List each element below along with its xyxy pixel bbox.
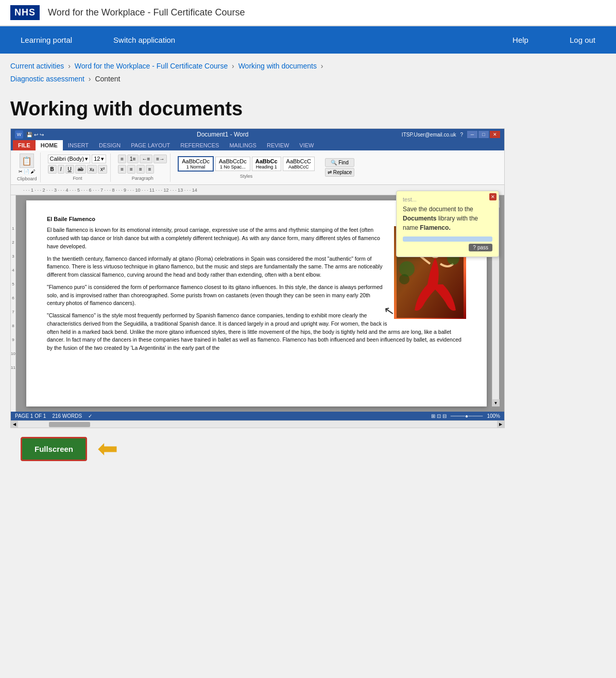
minimize-btn[interactable]: ─ [467, 131, 477, 138]
hscroll-left-btn[interactable]: ◀ [11, 421, 18, 428]
subscript-btn[interactable]: x₂ [87, 165, 97, 174]
ribbon-tab-mailings[interactable]: MAILINGS [224, 140, 262, 150]
word-hscrollbar: ◀ ▶ [11, 420, 504, 428]
top-header: NHS Word for the Workplace - Full Certif… [0, 0, 616, 26]
styles-label: Styles [240, 174, 253, 179]
proofing-icon: ✓ [88, 413, 92, 419]
close-btn[interactable]: ✕ [490, 131, 500, 138]
align-left-btn[interactable]: ≡ [118, 165, 126, 174]
breadcrumb-course-link[interactable]: Word for the Workplace - Full Certificat… [75, 62, 228, 70]
word-titlebar-right: ITSP.User@email.co.uk ? ─ □ ✕ [402, 131, 500, 138]
hscroll-right-btn[interactable]: ▶ [497, 421, 504, 428]
ribbon-tab-references[interactable]: REFERENCES [175, 140, 224, 150]
italic-btn[interactable]: I [58, 165, 64, 174]
paste-btn[interactable]: 📋 [20, 154, 34, 168]
ribbon-tab-review[interactable]: REVIEW [262, 140, 294, 150]
bullets-btn[interactable]: ≡ [118, 155, 126, 163]
ribbon-styles-group: AaBbCcDc 1 Normal AaBbCcDc 1 No Spac... … [175, 155, 318, 180]
nav-switch-application[interactable]: Switch application [93, 26, 196, 54]
header-title: Word for the Workplace - Full Certificat… [48, 7, 245, 18]
font-selectors: Calibri (Body)▾ 12▾ B I U ab x₂ x² [48, 155, 108, 174]
page-info: PAGE 1 OF 1 [15, 413, 46, 419]
nav-help[interactable]: Help [492, 26, 549, 54]
style-normal[interactable]: AaBbCcDc 1 Normal [178, 156, 214, 172]
pass-btn[interactable]: ? pass [469, 244, 492, 251]
justify-btn[interactable]: ≡ [146, 165, 154, 174]
style-heading2[interactable]: AaBbCcC AaBbCcC [283, 157, 315, 171]
zoom-slider[interactable]: ────●──── [451, 413, 483, 419]
underline-btn[interactable]: U [65, 165, 74, 174]
statusbar-left: PAGE 1 OF 1 216 WORDS ✓ [15, 413, 92, 419]
fullscreen-button[interactable]: Fullscreen [21, 437, 87, 461]
scroll-down-btn[interactable]: ▼ [492, 399, 500, 406]
breadcrumb-working-docs[interactable]: Working with documents [238, 62, 317, 70]
word-ribbon: 📋 ✂ 📄 🖌 Clipboard Calibri (Body) [11, 150, 504, 185]
style-h2-name: AaBbCcC [286, 164, 311, 170]
font-name-dropdown[interactable]: Calibri (Body)▾ [48, 155, 91, 163]
quick-access-icons: 💾 ↩ ↪ [26, 132, 44, 138]
paragraph-controls: ≡ 1≡ ←≡ ≡→ ≡ ≡ ≡ ≡ [118, 155, 167, 174]
ribbon-paragraph-group: ≡ 1≡ ←≡ ≡→ ≡ ≡ ≡ ≡ Paragraph [115, 154, 170, 182]
word-icon: W [15, 130, 23, 139]
ribbon-tab-insert[interactable]: INSERT [63, 140, 94, 150]
nav-learning-portal[interactable]: Learning portal [0, 26, 93, 54]
pass-icon: ? [473, 245, 476, 250]
word-document-name: Document1 - Word [197, 131, 248, 138]
style-heading1[interactable]: AaBbCc Heading 1 [252, 157, 281, 171]
numbering-btn[interactable]: 1≡ [127, 155, 138, 163]
ribbon-tab-home[interactable]: HOME [36, 140, 63, 150]
bold-btn[interactable]: B [48, 165, 57, 174]
format-paint-btn[interactable]: 🖌 [30, 169, 35, 174]
nav-log-out[interactable]: Log out [549, 26, 616, 54]
copy-btn[interactable]: 📄 [24, 169, 29, 174]
font-format-row: B I U ab x₂ x² [48, 165, 108, 174]
breadcrumb-diagnostic[interactable]: Diagnostic assessment [10, 75, 84, 83]
maximize-btn[interactable]: □ [478, 131, 489, 138]
indent-less-btn[interactable]: ←≡ [140, 155, 153, 163]
superscript-btn[interactable]: x² [98, 165, 107, 174]
word-tooltip: ✕ test... Save the document to the Docum… [396, 191, 499, 257]
style-h2-label: AaBbCcC [286, 158, 311, 164]
style-nospace-label: AaBbCcDc [219, 158, 247, 164]
ribbon-tab-page-layout[interactable]: PAGE LAYOUT [126, 140, 175, 150]
tooltip-close-btn[interactable]: ✕ [489, 193, 497, 200]
breadcrumb-sep-1: › [68, 62, 71, 70]
breadcrumb-current-activities[interactable]: Current activities [10, 62, 64, 70]
window-controls: ─ □ ✕ [467, 131, 500, 138]
style-no-space[interactable]: AaBbCcDc 1 No Spac... [215, 157, 250, 171]
para-top-row: ≡ 1≡ ←≡ ≡→ [118, 155, 167, 163]
word-titlebar: W 💾 ↩ ↪ Document1 - Word ITSP.User@email… [11, 129, 504, 140]
font-size-dropdown[interactable]: 12▾ [92, 155, 106, 163]
ribbon-clipboard-group: 📋 ✂ 📄 🖌 Clipboard [14, 152, 41, 182]
find-replace-section: 🔍 Find ⇌ Replace [325, 158, 354, 177]
ribbon-tab-view[interactable]: VIEW [294, 140, 319, 150]
nav-bar: Learning portal Switch application Help … [0, 26, 616, 54]
align-center-btn[interactable]: ≡ [127, 165, 135, 174]
styles-section: AaBbCcDc 1 Normal AaBbCcDc 1 No Spac... … [178, 156, 315, 172]
breadcrumb-sep-3: › [321, 62, 323, 70]
style-h1-label: AaBbCc [255, 158, 278, 164]
clipboard-label: Clipboard [17, 176, 37, 181]
replace-btn[interactable]: ⇌ Replace [325, 168, 354, 177]
tooltip-text: Save the document to the Documents libra… [403, 205, 492, 232]
word-ribbon-tabs: FILE HOME INSERT DESIGN PAGE LAYOUT REFE… [11, 140, 504, 150]
statusbar-right: ⊞ ⊡ ⊟ ────●──── 100% [431, 413, 500, 419]
tooltip-title: test... [403, 196, 492, 202]
help-icon: ? [460, 132, 463, 138]
word-statusbar: PAGE 1 OF 1 216 WORDS ✓ ⊞ ⊡ ⊟ ────●──── … [11, 412, 504, 420]
hscroll-thumb[interactable] [49, 422, 90, 427]
indent-more-btn[interactable]: ≡→ [153, 155, 167, 163]
ruler-numbers: · · · 1 · · · 2 · · · 3 · · · 4 · · · 5 … [23, 188, 197, 193]
ribbon-tab-file[interactable]: FILE [13, 140, 36, 150]
strikethrough-btn[interactable]: ab [75, 165, 86, 174]
nhs-logo: NHS [10, 5, 40, 20]
ribbon-tab-design[interactable]: DESIGN [94, 140, 126, 150]
para-bottom-row: ≡ ≡ ≡ ≡ [118, 165, 167, 174]
font-selector-row: Calibri (Body)▾ 12▾ [48, 155, 108, 163]
style-nospace-name: 1 No Spac... [219, 164, 247, 170]
main-content: Working with documents W 💾 ↩ ↪ Document1… [0, 88, 616, 480]
cut-btn[interactable]: ✂ [19, 169, 23, 174]
align-right-btn[interactable]: ≡ [136, 165, 145, 174]
find-btn[interactable]: 🔍 Find [325, 158, 354, 167]
word-left-ruler: 1 2 3 4 5 6 7 8 9 10 11 [11, 195, 16, 412]
